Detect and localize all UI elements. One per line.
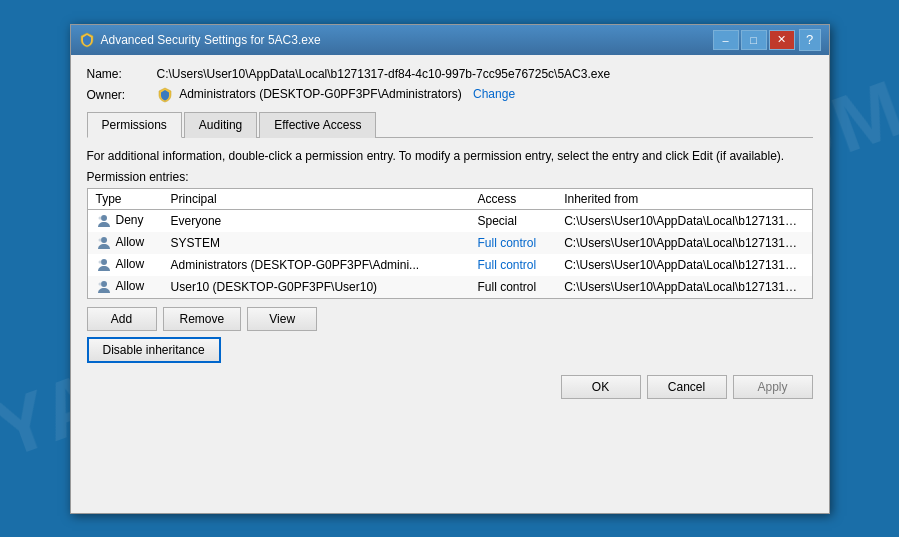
table-row[interactable]: DenyEveryoneSpecialC:\Users\User10\AppDa… bbox=[88, 210, 812, 233]
minimize-button[interactable]: – bbox=[713, 30, 739, 50]
owner-value: Administrators (DESKTOP-G0PF3PF\Administ… bbox=[157, 87, 516, 103]
svg-point-1 bbox=[98, 217, 101, 220]
owner-shield-icon bbox=[157, 87, 173, 103]
cell-inherited: C:\Users\User10\AppData\Local\b1271317-.… bbox=[556, 232, 811, 254]
view-button[interactable]: View bbox=[247, 307, 317, 331]
title-bar-controls: – □ ✕ ? bbox=[713, 29, 821, 51]
col-principal: Principal bbox=[163, 189, 470, 210]
user-icon bbox=[96, 257, 112, 273]
tab-permissions[interactable]: Permissions bbox=[87, 112, 182, 138]
table-row[interactable]: AllowUser10 (DESKTOP-G0PF3PF\User10)Full… bbox=[88, 276, 812, 298]
advanced-security-dialog: Advanced Security Settings for 5AC3.exe … bbox=[70, 24, 830, 514]
cell-principal: User10 (DESKTOP-G0PF3PF\User10) bbox=[163, 276, 470, 298]
ok-button[interactable]: OK bbox=[561, 375, 641, 399]
cancel-button[interactable]: Cancel bbox=[647, 375, 727, 399]
table-row[interactable]: AllowAdministrators (DESKTOP-G0PF3PF\Adm… bbox=[88, 254, 812, 276]
cell-principal: SYSTEM bbox=[163, 232, 470, 254]
cell-type: Allow bbox=[88, 254, 163, 276]
title-bar: Advanced Security Settings for 5AC3.exe … bbox=[71, 25, 829, 55]
cell-type: Allow bbox=[88, 232, 163, 254]
cell-access[interactable]: Full control bbox=[470, 254, 557, 276]
cell-access[interactable]: Full control bbox=[470, 232, 557, 254]
svg-point-5 bbox=[98, 261, 101, 264]
remove-button[interactable]: Remove bbox=[163, 307, 242, 331]
maximize-button[interactable]: □ bbox=[741, 30, 767, 50]
user-icon bbox=[96, 235, 112, 251]
table-action-buttons: Add Remove View bbox=[87, 307, 813, 331]
title-text: Advanced Security Settings for 5AC3.exe bbox=[101, 33, 321, 47]
svg-point-4 bbox=[101, 259, 107, 265]
tab-auditing[interactable]: Auditing bbox=[184, 112, 257, 138]
svg-point-3 bbox=[98, 239, 101, 242]
table-row[interactable]: AllowSYSTEMFull controlC:\Users\User10\A… bbox=[88, 232, 812, 254]
cell-access: Full control bbox=[470, 276, 557, 298]
section-label: Permission entries: bbox=[87, 170, 813, 184]
close-button[interactable]: ✕ bbox=[769, 30, 795, 50]
owner-text: Administrators (DESKTOP-G0PF3PF\Administ… bbox=[179, 87, 462, 101]
owner-label: Owner: bbox=[87, 88, 157, 102]
name-value: C:\Users\User10\AppData\Local\b1271317-d… bbox=[157, 67, 611, 81]
user-icon bbox=[96, 279, 112, 295]
svg-point-7 bbox=[98, 283, 101, 286]
name-row: Name: C:\Users\User10\AppData\Local\b127… bbox=[87, 67, 813, 81]
add-button[interactable]: Add bbox=[87, 307, 157, 331]
apply-button[interactable]: Apply bbox=[733, 375, 813, 399]
change-owner-link[interactable]: Change bbox=[473, 87, 515, 101]
cell-access: Special bbox=[470, 210, 557, 233]
cell-principal: Administrators (DESKTOP-G0PF3PF\Admini..… bbox=[163, 254, 470, 276]
info-text: For additional information, double-click… bbox=[87, 148, 813, 165]
user-icon bbox=[96, 213, 112, 229]
cell-type: Deny bbox=[88, 210, 163, 233]
svg-point-0 bbox=[101, 215, 107, 221]
tabs-container: Permissions Auditing Effective Access bbox=[87, 111, 813, 138]
cell-type: Allow bbox=[88, 276, 163, 298]
help-button[interactable]: ? bbox=[799, 29, 821, 51]
window-buttons: – □ ✕ bbox=[713, 30, 795, 50]
cell-inherited: C:\Users\User10\AppData\Local\b1271317-.… bbox=[556, 276, 811, 298]
owner-row: Owner: Administrators (DESKTOP-G0PF3PF\A… bbox=[87, 87, 813, 103]
disable-inheritance-row: Disable inheritance bbox=[87, 337, 813, 363]
svg-point-2 bbox=[101, 237, 107, 243]
col-inherited: Inherited from bbox=[556, 189, 811, 210]
cell-principal: Everyone bbox=[163, 210, 470, 233]
dialog-action-buttons: OK Cancel Apply bbox=[87, 375, 813, 399]
shield-title-icon bbox=[79, 32, 95, 48]
disable-inheritance-button[interactable]: Disable inheritance bbox=[87, 337, 221, 363]
tab-effective-access[interactable]: Effective Access bbox=[259, 112, 376, 138]
svg-point-6 bbox=[101, 281, 107, 287]
table-header-row: Type Principal Access Inherited from bbox=[88, 189, 812, 210]
cell-inherited: C:\Users\User10\AppData\Local\b1271317-.… bbox=[556, 254, 811, 276]
permissions-table-wrapper: Type Principal Access Inherited from Den… bbox=[87, 188, 813, 299]
access-link[interactable]: Full control bbox=[478, 236, 537, 250]
permissions-table: Type Principal Access Inherited from Den… bbox=[88, 189, 812, 298]
cell-inherited: C:\Users\User10\AppData\Local\b1271317-.… bbox=[556, 210, 811, 233]
col-access: Access bbox=[470, 189, 557, 210]
access-link[interactable]: Full control bbox=[478, 258, 537, 272]
title-bar-left: Advanced Security Settings for 5AC3.exe bbox=[79, 32, 321, 48]
col-type: Type bbox=[88, 189, 163, 210]
name-label: Name: bbox=[87, 67, 157, 81]
dialog-body: Name: C:\Users\User10\AppData\Local\b127… bbox=[71, 55, 829, 412]
